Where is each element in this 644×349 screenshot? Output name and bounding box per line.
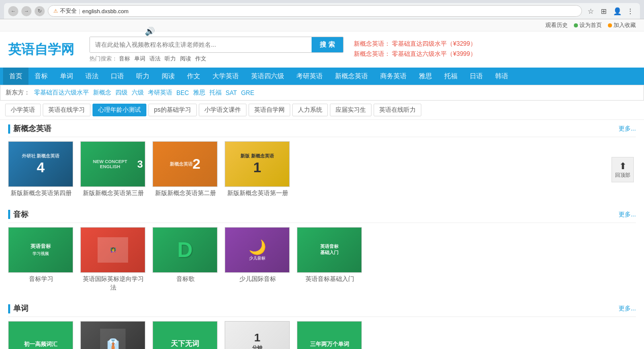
course-item-vocab4[interactable]: 1 分钟 单词 单词一分钟 (225, 321, 291, 349)
scrollback-arrow-icon: ⬆ (614, 161, 631, 172)
course-title-phonics5: 英语音标基础入门 (297, 275, 363, 283)
search-area: 搜 索 热门搜索： 音标 单词 语法 听力 阅读 作文 (89, 37, 344, 62)
promo-line-2[interactable]: 新概念英语： 零基础直达六级水平（¥3999） (354, 50, 476, 58)
course-title-phonics4: 少儿国际音标 (225, 275, 291, 283)
phonics-title-bar (8, 210, 10, 219)
nav-listening[interactable]: 听力 (130, 68, 156, 85)
subnav-link-2[interactable]: 四级 (115, 88, 128, 97)
nav-newconcept[interactable]: 新概念英语 (329, 68, 374, 85)
nav-korean[interactable]: 韩语 (489, 68, 514, 85)
nav-phonics[interactable]: 音标 (28, 68, 54, 85)
tag-hr-system[interactable]: 人力系统 (292, 104, 328, 116)
phonics-title: 音标 (8, 210, 28, 219)
promo1-link[interactable]: 零基础直达四级水平（¥3299） (392, 40, 476, 47)
star-button[interactable]: ☆ (585, 6, 596, 17)
hot-link-tingli[interactable]: 听力 (165, 55, 176, 62)
phonics-more[interactable]: 更多... (619, 210, 636, 219)
course-item-vocab5[interactable]: 三年两万个单词 三年两万个单词 (297, 321, 363, 349)
course-item-vocab3[interactable]: 天下无词 天下无词单词记忆法 (152, 321, 219, 349)
course-title-phonics2: 英语国际英标逆向学习法 (80, 275, 146, 292)
nav-vocab[interactable]: 单词 (54, 68, 79, 85)
subnav-link-3[interactable]: 六级 (132, 88, 144, 97)
subnav-link-7[interactable]: 托福 (209, 88, 222, 97)
course-thumb-vocab4: 1 分钟 单词 (225, 321, 290, 349)
nav-ielts[interactable]: 雅思 (413, 68, 438, 85)
refresh-button[interactable]: ↻ (35, 6, 45, 16)
site-header: 🔊 英语自学网 搜 索 热门搜索： 音标 单词 语法 听力 阅读 作文 (0, 31, 644, 68)
tag-online-learning[interactable]: 英语在线学习 (43, 104, 90, 116)
promo2-link[interactable]: 零基础直达六级水平（¥3999） (392, 50, 476, 57)
course-item-nc1[interactable]: 新版 新概念英语 1 新版新概念英语第一册 (225, 141, 291, 198)
tag-graduates[interactable]: 应届实习生 (330, 104, 372, 116)
vocabulary-more[interactable]: 更多... (619, 304, 636, 313)
url-text: english.dxsbb.com (82, 8, 129, 14)
nav-reading[interactable]: 阅读 (156, 68, 181, 85)
nav-cet[interactable]: 英语四六级 (245, 68, 290, 85)
subnav-link-6[interactable]: 雅思 (193, 88, 205, 97)
search-button[interactable]: 搜 索 (312, 37, 343, 52)
hot-link-yufa[interactable]: 语法 (149, 55, 161, 62)
promo-line-1[interactable]: 新概念英语： 零基础直达四级水平（¥3299） (354, 40, 476, 48)
nav-writing[interactable]: 作文 (181, 68, 206, 85)
course-item-phonics2[interactable]: 👩‍🏫 英语国际英标逆向学习法 (80, 227, 146, 292)
set-home-link[interactable]: 设为首页 (574, 21, 602, 29)
hot-link-zuowen[interactable]: 作文 (195, 55, 206, 62)
nav-postgrad[interactable]: 考研英语 (290, 68, 329, 85)
scrollback-button[interactable]: ⬆ 回顶部 (611, 157, 634, 182)
course-item-nc3[interactable]: NEW CONCEPT ENGLISH 3 新版新概念英语第三册 (80, 141, 146, 198)
subnav-link-8[interactable]: SAT (226, 89, 237, 97)
course-thumb-phonics2: 👩‍🏫 (80, 227, 145, 273)
subnav-link-9[interactable]: GRE (241, 89, 254, 97)
course-item-vocab1[interactable]: 初一高频词汇 初一高频词汇 (8, 321, 74, 349)
course-item-phonics1[interactable]: 英语音标 学习视频 音标学习 (8, 227, 74, 292)
course-thumb-nc2: 新概念英语 2 (152, 141, 218, 187)
nav-home[interactable]: 首页 (3, 68, 28, 85)
history-link[interactable]: 观看历史 (545, 21, 568, 29)
profile-button[interactable]: 👤 (611, 6, 623, 17)
nav-business[interactable]: 商务英语 (374, 68, 413, 85)
tag-age-test[interactable]: 心理年龄小测试 (93, 104, 146, 116)
tag-online-listening[interactable]: 英语在线听力 (374, 104, 421, 116)
forward-button[interactable]: → (21, 6, 32, 16)
vocab-title-bar (8, 304, 10, 313)
nav-japanese[interactable]: 日语 (464, 68, 489, 85)
hot-search-label: 热门搜索： (89, 55, 117, 61)
tag-primary-school[interactable]: 小学英语 (5, 104, 41, 116)
course-item-phonics3[interactable]: D 音标歌 (152, 227, 219, 292)
course-title-nc2: 新版新概念英语第二册 (152, 189, 219, 198)
new-concept-more[interactable]: 更多... (619, 124, 636, 133)
tag-ps-basics[interactable]: ps的基础学习 (148, 104, 197, 116)
hot-link-danci[interactable]: 单词 (134, 55, 145, 62)
course-thumb-vocab5: 三年两万个单词 (297, 321, 362, 349)
course-item-phonics4[interactable]: 🌙 少儿音标 少儿国际音标 (225, 227, 291, 292)
menu-button[interactable]: ⋮ (625, 6, 636, 17)
subnav-link-4[interactable]: 考研英语 (148, 88, 172, 97)
course-thumb-nc1: 新版 新概念英语 1 (225, 141, 290, 187)
hot-link-yinbiao[interactable]: 音标 (119, 55, 130, 62)
nav-spoken[interactable]: 口语 (105, 68, 130, 85)
tag-self-study[interactable]: 英语自学网 (249, 104, 290, 116)
nav-toefl[interactable]: 托福 (438, 68, 464, 85)
subnav-link-0[interactable]: 零基础百达六级水平 (34, 88, 89, 97)
course-item-vocab2[interactable]: 👔 一小时背400个单词 (80, 321, 146, 349)
address-bar[interactable]: ⚠ 不安全 | english.dxsbb.com (48, 5, 582, 17)
course-item-nc4[interactable]: 外研社 新概念英语 4 新版新概念英语第四册 (8, 141, 74, 198)
extensions-button[interactable]: ⊞ (598, 6, 609, 17)
hot-search: 热门搜索： 音标 单词 语法 听力 阅读 作文 (89, 55, 344, 62)
bookmark-link[interactable]: 加入收藏 (608, 21, 636, 29)
nav-college[interactable]: 大学英语 (206, 68, 245, 85)
search-input[interactable] (90, 37, 312, 52)
back-button[interactable]: ← (8, 6, 18, 16)
phonics-grid: 英语音标 学习视频 音标学习 👩‍🏫 英语国际英标逆向学习法 (8, 227, 636, 292)
course-item-nc2[interactable]: 新概念英语 2 新版新概念英语第二册 (152, 141, 219, 198)
hot-link-yuedu[interactable]: 阅读 (180, 55, 191, 62)
course-item-phonics5[interactable]: 英语音标基础入门 英语音标基础入门 (297, 227, 363, 292)
set-home-label: 设为首页 (579, 21, 602, 29)
vocab-title-text: 单词 (13, 304, 28, 313)
tag-chinese-textbook[interactable]: 小学语文课件 (199, 104, 247, 116)
bookmark-icon (608, 23, 612, 27)
sub-nav: 新东方： 零基础百达六级水平 新概念 四级 六级 考研英语 BEC 雅思 托福 … (0, 85, 644, 101)
subnav-link-5[interactable]: BEC (176, 89, 189, 97)
subnav-link-1[interactable]: 新概念 (93, 88, 111, 97)
nav-grammar[interactable]: 语法 (79, 68, 105, 85)
